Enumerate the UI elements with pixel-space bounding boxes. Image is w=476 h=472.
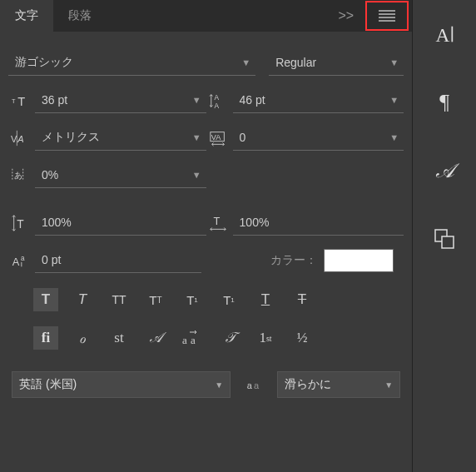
svg-text:a: a — [247, 380, 253, 390]
horizontal-scale-field[interactable]: 100% — [233, 210, 404, 236]
baseline-shift-field[interactable]: 0 pt — [35, 247, 201, 273]
svg-text:T: T — [17, 217, 24, 230]
svg-text:T: T — [213, 214, 220, 226]
svg-rect-19 — [442, 236, 454, 248]
leading-icon: AA — [206, 91, 230, 111]
leading-field[interactable]: 46 pt▼ — [233, 87, 404, 113]
kerning-field[interactable]: メトリクス▼ — [35, 125, 206, 151]
horizontal-scale-icon: T — [206, 213, 230, 233]
color-label: カラー： — [270, 253, 317, 268]
anti-alias-select[interactable]: 滑らかに▼ — [277, 371, 400, 398]
svg-text:a: a — [182, 334, 187, 346]
expand-icon[interactable]: >> — [330, 8, 362, 23]
flyout-highlight — [365, 1, 409, 31]
glyphs-panel-icon[interactable]: 𝒜 — [427, 153, 462, 188]
tsume-field[interactable]: 0%▼ — [35, 162, 206, 188]
titling-alt-button[interactable]: 𝒯 — [216, 326, 241, 350]
font-family-select[interactable]: 游ゴシック▼ — [8, 50, 255, 76]
vertical-scale-field[interactable]: 100% — [35, 210, 206, 236]
font-size-field[interactable]: 36 pt▼ — [35, 87, 206, 113]
svg-text:A: A — [214, 102, 219, 110]
svg-text:T: T — [12, 97, 16, 104]
svg-text:a: a — [21, 255, 25, 262]
anti-alias-icon: aa — [242, 375, 265, 395]
svg-text:A: A — [17, 133, 23, 143]
svg-text:T: T — [17, 94, 25, 107]
subscript-button[interactable]: T1 — [216, 288, 241, 311]
svg-text:a: a — [254, 380, 260, 390]
panel-body: 游ゴシック▼ Regular▼ TT 36 pt▼ AA 46 pt▼ VA — [0, 32, 412, 408]
underline-button[interactable]: T — [253, 288, 278, 311]
small-caps-button[interactable]: TT — [143, 288, 168, 311]
font-size-icon: TT — [8, 91, 32, 111]
ordinals-button[interactable]: 1st — [253, 326, 278, 350]
swash-button[interactable]: 𝒜 — [143, 326, 168, 350]
discretionary-lig-button[interactable]: st — [107, 326, 131, 350]
svg-text:A: A — [214, 94, 219, 102]
faux-bold-button[interactable]: T — [33, 288, 58, 311]
layers-panel-icon[interactable] — [427, 221, 462, 256]
panel-menu-icon[interactable] — [379, 10, 395, 22]
ligatures-button[interactable]: fi — [33, 326, 58, 350]
tracking-icon: VA — [206, 128, 230, 148]
type-style-buttons: T T TT TT T1 T1 T T — [0, 281, 412, 315]
svg-text:A: A — [12, 255, 20, 267]
character-panel: 文字 段落 >> 游ゴシック▼ Regular▼ TT 36 pt▼ — [0, 0, 412, 472]
svg-text:あ: あ — [14, 170, 22, 179]
faux-italic-button[interactable]: T — [70, 288, 95, 311]
opentype-buttons: fi ℴ st 𝒜 aa 𝒯 1st ½ — [0, 320, 412, 353]
panel-dock: A ¶ 𝒜 — [412, 0, 476, 472]
language-select[interactable]: 英語 (米国)▼ — [12, 371, 231, 398]
vertical-scale-icon: T — [8, 213, 32, 233]
superscript-button[interactable]: T1 — [180, 288, 205, 311]
character-panel-icon[interactable]: A — [427, 17, 462, 52]
tab-character[interactable]: 文字 — [0, 0, 53, 32]
kerning-icon: VA — [8, 128, 32, 148]
strikethrough-button[interactable]: T — [290, 288, 315, 311]
tracking-field[interactable]: 0▼ — [233, 125, 404, 151]
all-caps-button[interactable]: TT — [107, 288, 131, 311]
contextual-alt-button[interactable]: ℴ — [70, 326, 95, 350]
paragraph-panel-icon[interactable]: ¶ — [427, 85, 462, 120]
svg-text:VA: VA — [211, 132, 221, 141]
stylistic-alt-button[interactable]: aa — [180, 326, 205, 350]
svg-text:A: A — [436, 24, 450, 46]
svg-text:a: a — [191, 334, 196, 346]
fractions-button[interactable]: ½ — [290, 326, 315, 350]
baseline-shift-icon: Aa — [8, 251, 32, 271]
font-style-select[interactable]: Regular▼ — [269, 50, 404, 76]
tab-paragraph[interactable]: 段落 — [53, 0, 107, 32]
svg-text:V: V — [11, 133, 17, 143]
tsume-icon: あ — [8, 166, 32, 186]
panel-tabs: 文字 段落 >> — [0, 0, 412, 32]
color-swatch[interactable] — [324, 249, 394, 272]
